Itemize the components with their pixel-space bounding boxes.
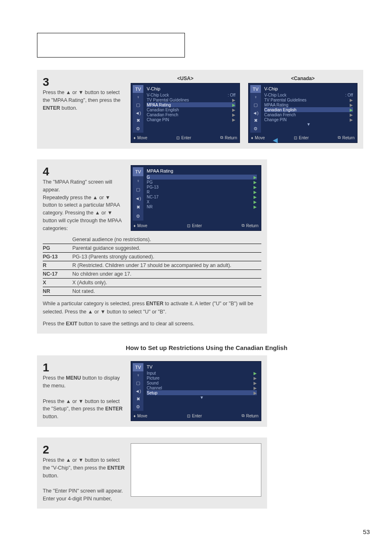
- side-tv-icon: TV: [133, 167, 143, 176]
- move-label: Move: [137, 414, 147, 418]
- step-1b-text: Press the MENU button to display the men…: [43, 374, 125, 421]
- osd-line: TV Parental Guidelines▶: [264, 97, 353, 102]
- return-icon: ⧉: [242, 223, 244, 228]
- enter-icon: ⊡: [187, 223, 190, 228]
- step-4-text: The "MPAA Rating" screen will appear. Re…: [43, 178, 125, 232]
- text-part: Press the: [43, 375, 66, 381]
- enter-icon: ⊡: [294, 136, 297, 140]
- osd-line: Canadian English▶: [147, 107, 235, 112]
- osd-line: PG-13▶: [147, 184, 257, 189]
- speaker-icon: ◄): [133, 387, 143, 395]
- return-label: Return: [246, 223, 258, 228]
- enter-label: ENTER: [105, 406, 122, 412]
- enter-label: Enter: [192, 223, 202, 228]
- speaker-icon: ◄): [133, 194, 143, 203]
- screen-icon: ▢: [133, 379, 143, 387]
- text-part: While a particular category is selected,…: [43, 301, 146, 306]
- osd-title: V-Chip: [264, 86, 353, 91]
- osd-main: MPAA Rating G▶PG▶PG-13▶R▶NC-17▶X▶NR▶: [145, 167, 258, 221]
- tools-icon: ✖: [133, 117, 143, 124]
- menu-label: MENU: [66, 375, 81, 381]
- osd-line: Change PIN▶: [264, 117, 353, 122]
- return-icon: ⧉: [220, 135, 223, 140]
- rating-desc: Not rated.: [72, 288, 95, 294]
- rating-code: NR: [43, 288, 72, 294]
- osd-line: G▶: [147, 175, 257, 180]
- header-box: [37, 33, 185, 58]
- text-part: button.: [60, 105, 77, 111]
- side-tv-icon: TV: [133, 363, 143, 371]
- down-arrow-icon: ▼: [147, 395, 257, 400]
- osd-line: NR▶: [147, 204, 257, 209]
- osd-line: V-Chip Lock: Off: [147, 92, 235, 97]
- rating-code: NC-17: [43, 271, 72, 277]
- rating-row: RR (Restricted. Children under 17 should…: [43, 261, 261, 270]
- antenna-icon: ♀: [133, 176, 143, 185]
- osd-line: MPAA Rating▶: [147, 102, 235, 107]
- return-icon: ⧉: [338, 135, 341, 140]
- speaker-icon: ◄): [133, 109, 143, 117]
- osd-main: TV Input▶Picture▶Sound▶Channel▶Setup▶ ▼: [145, 363, 258, 411]
- screen-icon: ▢: [250, 101, 261, 109]
- rating-desc: No children under age 17.: [72, 271, 131, 277]
- rating-code: X: [43, 280, 72, 286]
- enter-icon: ⊡: [176, 136, 180, 140]
- step-3-block: 3 Press the ▲ or ▼ button to select the …: [37, 70, 363, 149]
- osd-sidebar: TV ♀ ▢ ◄) ✖ ⚙: [133, 167, 143, 221]
- step-2b-block: 2 Press the ▲ or ▼ button to select the …: [37, 438, 267, 509]
- move-icon: ♦: [134, 136, 136, 140]
- osd-line: Canadian French▶: [147, 112, 235, 117]
- osd-line: V-Chip Lock: Off: [264, 92, 353, 97]
- osd-title: TV: [147, 364, 257, 369]
- osd-sidebar: TV ♀ ▢ ◄) ✖ ⚙: [133, 85, 143, 133]
- side-tv-icon: TV: [133, 85, 143, 93]
- rating-table: General audience (no restrictions).PGPar…: [43, 235, 261, 296]
- osd-line: TV Parental Guidelines▶: [147, 97, 235, 102]
- speaker-icon: ◄): [250, 109, 261, 117]
- down-arrow-icon: ▼: [264, 122, 353, 127]
- osd-line: NC-17▶: [147, 194, 257, 199]
- rating-desc: X (Adults only).: [72, 280, 107, 286]
- enter-label: Enter: [299, 136, 309, 140]
- sliders-icon: ⚙: [250, 125, 261, 133]
- rating-row: NRNot rated.: [43, 287, 261, 296]
- left-arrow-icon: ◄: [271, 136, 279, 145]
- return-icon: ⧉: [242, 413, 244, 418]
- step-number: 4: [43, 165, 125, 178]
- usa-label: <USA>: [131, 76, 240, 81]
- tools-icon: ✖: [250, 117, 261, 124]
- enter-icon: ⊡: [187, 414, 190, 418]
- text-part: button to save the settings and to clear…: [77, 321, 194, 327]
- enter-label: ENTER: [107, 465, 125, 471]
- screen-icon: ▢: [133, 101, 143, 109]
- osd-line: Picture▶: [147, 375, 257, 380]
- move-icon: ♦: [251, 136, 253, 140]
- osd-main: V-Chip V-Chip Lock: OffTV Parental Guide…: [145, 85, 237, 133]
- osd-line: Setup▶: [147, 390, 257, 395]
- sliders-icon: ⚙: [133, 403, 143, 411]
- return-label: Return: [225, 136, 237, 140]
- section-title: How to Set up Restrictions Using the Can…: [126, 344, 363, 351]
- osd-line: Sound▶: [147, 380, 257, 385]
- enter-label: ENTER: [43, 105, 60, 111]
- osd-usa: TV ♀ ▢ ◄) ✖ ⚙ V-Chip V-Chip Lock: OffTV …: [131, 83, 240, 143]
- move-icon: ♦: [134, 414, 136, 418]
- screen-icon: ▢: [133, 185, 143, 194]
- return-label: Return: [246, 414, 258, 418]
- antenna-icon: ♀: [133, 371, 143, 379]
- page-number: 53: [363, 528, 370, 535]
- osd-canada: TV ♀ ▢ ◄) ✖ ⚙ V-Chip V-Chip Lock: OffTV …: [248, 83, 357, 143]
- text-part: Press the: [43, 321, 66, 327]
- osd-line: Canadian English▶: [264, 107, 353, 112]
- side-tv-icon: TV: [250, 85, 261, 93]
- rating-row: NC-17No children under age 17.: [43, 270, 261, 279]
- osd-bottom-bar: ♦Move ⊡Enter ⧉Return: [251, 134, 355, 141]
- rating-desc: Parental guidance suggested.: [72, 245, 140, 251]
- step-number: 3: [43, 76, 125, 89]
- sliders-icon: ⚙: [133, 125, 143, 133]
- rating-desc: General audience (no restrictions).: [72, 237, 151, 242]
- text-part: The "Enter PIN" screen will appear. Ente…: [43, 488, 123, 502]
- text-part: button.: [43, 414, 58, 419]
- antenna-icon: ♀: [250, 93, 261, 101]
- step-number: 2: [43, 443, 125, 456]
